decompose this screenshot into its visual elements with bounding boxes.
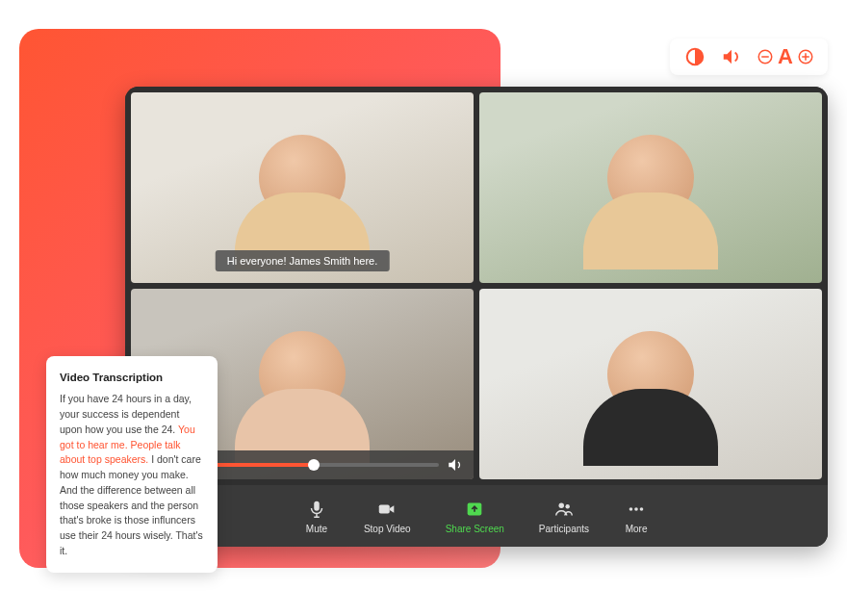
transcription-title: Video Transcription — [60, 370, 204, 386]
speaker-icon[interactable] — [720, 45, 743, 68]
participants-button[interactable]: Participants — [539, 499, 589, 534]
share-icon — [462, 499, 487, 520]
text-size-minus-icon[interactable] — [757, 48, 774, 65]
video-tile-4[interactable] — [479, 289, 822, 479]
video-tile-2[interactable] — [479, 92, 822, 283]
stop-video-button[interactable]: Stop Video — [364, 499, 411, 534]
more-icon — [624, 499, 649, 520]
text-size-control: A — [757, 44, 814, 69]
live-caption: Hi everyone! James Smith here. — [216, 250, 390, 271]
transcription-panel: Video Transcription If you have 24 hours… — [46, 356, 218, 573]
camera-icon — [374, 499, 399, 520]
text-size-letter: A — [778, 44, 793, 69]
more-button[interactable]: More — [624, 499, 649, 534]
svg-point-12 — [634, 507, 638, 511]
participant-avatar — [259, 331, 346, 418]
mute-label: Mute — [306, 524, 327, 534]
mute-button[interactable]: Mute — [304, 499, 329, 534]
svg-point-13 — [640, 507, 644, 511]
video-conference-window: Hi everyone! James Smith here. — [125, 87, 828, 547]
microphone-icon — [304, 499, 329, 520]
participant-avatar — [259, 135, 346, 221]
contrast-icon[interactable] — [683, 45, 706, 68]
participants-icon — [552, 499, 577, 520]
stop-video-label: Stop Video — [364, 524, 411, 534]
transcription-text-2: I don't care how much money you make. An… — [60, 453, 203, 556]
participant-avatar — [607, 331, 694, 418]
progress-thumb[interactable] — [308, 459, 320, 471]
share-screen-button[interactable]: Share Screen — [446, 499, 504, 534]
svg-rect-7 — [379, 504, 390, 513]
accessibility-toolbar: A — [670, 38, 828, 75]
svg-point-10 — [565, 504, 569, 508]
volume-icon[interactable] — [447, 456, 464, 474]
participants-label: Participants — [539, 524, 589, 534]
participant-avatar — [607, 135, 694, 221]
more-label: More — [626, 524, 648, 534]
video-grid: Hi everyone! James Smith here. — [125, 87, 828, 485]
share-screen-label: Share Screen — [446, 524, 504, 534]
video-tile-1[interactable]: Hi everyone! James Smith here. — [131, 92, 474, 283]
svg-rect-6 — [314, 500, 320, 510]
text-size-plus-icon[interactable] — [797, 48, 814, 65]
svg-point-9 — [558, 502, 564, 508]
transcription-text-1: If you have 24 hours in a day, your succ… — [60, 393, 192, 435]
svg-point-11 — [629, 507, 633, 511]
conference-toolbar: Mute Stop Video Share Screen Participant… — [125, 485, 828, 547]
